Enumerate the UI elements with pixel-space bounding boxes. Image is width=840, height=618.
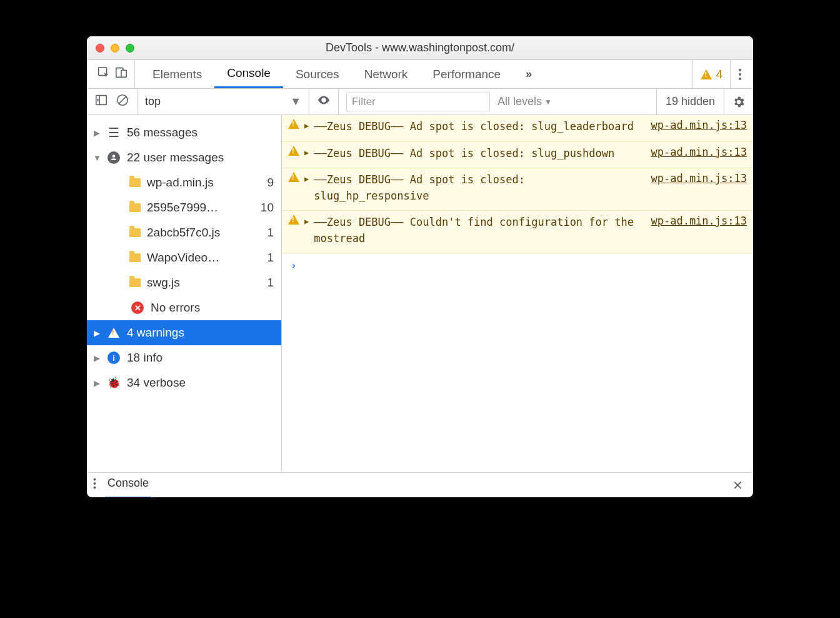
warning-icon [288,146,299,156]
console-sidebar: ▶ ☰ 56 messages ▼ 22 user messages wp-ad… [87,115,282,472]
log-source[interactable]: wp-ad.min.js:13 [651,119,747,135]
expand-icon[interactable]: ▶ [304,172,309,204]
info-icon: i [107,352,121,364]
console-toolbar: top ▼ All levels ▼ 19 hidden [87,89,753,115]
folder-icon [129,203,141,212]
tab-sources[interactable]: Sources [283,61,352,88]
context-selector[interactable]: top ▼ [145,95,301,108]
tab-elements[interactable]: Elements [140,61,214,88]
sidebar-file-0[interactable]: wp-ad.min.js 9 [87,170,281,195]
warning-icon [288,172,299,182]
log-source[interactable]: wp-ad.min.js:13 [651,215,747,246]
file-name: WapoVideo… [147,251,261,265]
close-window-button[interactable] [96,44,104,53]
minimize-window-button[interactable] [111,44,119,53]
warning-count: 4 [716,68,722,81]
caret-right-icon: ▶ [93,328,101,338]
warning-icon [701,69,712,79]
maximize-window-button[interactable] [126,44,134,53]
log-entry[interactable]: ▶ ––Zeus DEBUG–– Ad spot is closed: slug… [282,141,753,169]
settings-icon[interactable] [724,89,753,114]
kebab-menu-icon[interactable] [730,60,749,88]
console-body: ▶ ☰ 56 messages ▼ 22 user messages wp-ad… [87,115,753,472]
user-messages-label: 22 user messages [127,151,275,165]
expand-icon[interactable]: ▶ [304,215,309,246]
sidebar-item-user-messages[interactable]: ▼ 22 user messages [87,145,281,170]
errors-label: No errors [151,301,275,315]
file-name: 2abcb5f7c0.js [147,226,261,240]
sidebar-item-messages[interactable]: ▶ ☰ 56 messages [87,120,281,145]
log-text: ––Zeus DEBUG–– Couldn't find configurati… [314,215,646,246]
sidebar-item-warnings[interactable]: ▶ 4 warnings [87,320,281,345]
folder-icon [129,228,141,237]
folder-icon [129,178,141,187]
toolbar-warning-badge[interactable]: 4 [692,60,730,88]
svg-rect-2 [121,70,126,77]
sidebar-toggle-icon[interactable] [94,93,108,110]
file-name: 2595e7999… [147,201,254,215]
filter-input[interactable] [346,93,490,111]
sidebar-item-verbose[interactable]: ▶ 🐞 34 verbose [87,370,281,395]
sidebar-file-2[interactable]: 2abcb5f7c0.js 1 [87,220,281,245]
file-count: 1 [267,251,275,265]
sidebar-file-3[interactable]: WapoVideo… 1 [87,245,281,270]
drawer-tab-console[interactable]: Console [105,472,151,497]
sidebar-item-errors[interactable]: ✕ No errors [87,295,281,320]
svg-point-11 [94,482,96,485]
warning-icon [288,215,299,225]
panel-tabs: Elements Console Sources Network Perform… [87,60,753,89]
svg-point-5 [739,78,741,80]
sidebar-file-1[interactable]: 2595e7999… 10 [87,195,281,220]
sidebar-item-info[interactable]: ▶ i 18 info [87,345,281,370]
list-icon: ☰ [107,125,121,140]
log-levels-select[interactable]: All levels ▼ [498,95,552,108]
live-expression-icon[interactable] [317,93,331,110]
svg-rect-6 [96,96,107,105]
log-entry[interactable]: ▶ ––Zeus DEBUG–– Ad spot is closed: slug… [282,115,753,142]
log-entry[interactable]: ▶ ––Zeus DEBUG–– Ad spot is closed: slug… [282,168,753,211]
chevron-down-icon: ▼ [544,98,552,106]
clear-console-icon[interactable] [116,93,129,110]
svg-point-12 [94,487,96,489]
svg-point-10 [94,479,96,481]
verbose-label: 34 verbose [127,376,275,390]
caret-right-icon: ▶ [93,128,101,138]
chevron-down-icon: ▼ [290,95,301,108]
expand-icon[interactable]: ▶ [304,146,309,162]
log-source[interactable]: wp-ad.min.js:13 [651,146,747,162]
file-name: swg.js [147,276,261,290]
tab-network[interactable]: Network [352,61,421,88]
log-entry[interactable]: ▶ ––Zeus DEBUG–– Couldn't find configura… [282,210,753,253]
hidden-count[interactable]: 19 hidden [656,89,724,114]
device-toolbar-icon[interactable] [114,66,128,83]
file-count: 1 [267,226,275,240]
warnings-label: 4 warnings [127,326,275,340]
inspect-element-icon[interactable] [97,66,111,83]
folder-icon [129,253,141,262]
caret-down-icon: ▼ [93,153,101,163]
warning-icon [288,119,299,129]
file-count: 10 [261,201,275,215]
expand-icon[interactable]: ▶ [304,119,309,135]
close-drawer-icon[interactable]: ✕ [729,478,747,493]
levels-label: All levels [498,95,542,108]
drawer-kebab-icon[interactable] [93,478,96,492]
warning-icon [107,328,121,338]
folder-icon [129,278,141,287]
svg-line-9 [119,97,126,104]
file-count: 9 [267,176,275,190]
messages-label: 56 messages [127,126,275,139]
log-source[interactable]: wp-ad.min.js:13 [651,172,747,204]
sidebar-file-4[interactable]: swg.js 1 [87,270,281,295]
info-label: 18 info [127,351,275,365]
user-icon [107,151,121,164]
console-prompt[interactable]: › [282,253,753,278]
svg-point-4 [739,73,741,76]
caret-right-icon: ▶ [93,378,101,388]
tab-performance[interactable]: Performance [420,61,513,88]
file-count: 1 [267,276,275,290]
log-text: ––Zeus DEBUG–– Ad spot is closed: slug_h… [314,172,646,204]
tab-console[interactable]: Console [214,61,283,88]
tabs-overflow[interactable]: » [513,61,542,88]
log-text: ––Zeus DEBUG–– Ad spot is closed: slug_l… [314,119,646,135]
